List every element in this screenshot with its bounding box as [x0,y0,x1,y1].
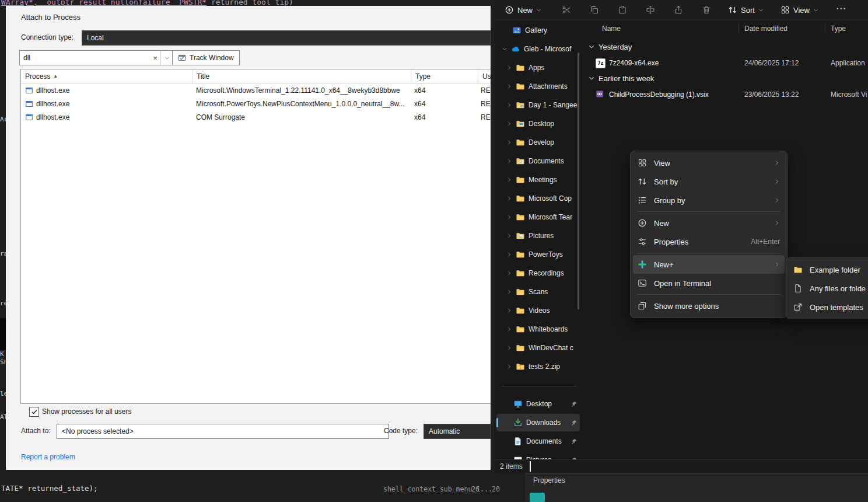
sidebar-item-downloads-pinned[interactable]: Downloads [496,414,580,431]
sidebar-item-develop[interactable]: Develop [496,134,580,151]
explorer-navigation-pane: Gallery Gleb - Microsof Apps Attachments… [495,20,583,460]
group-header-earlier-this-week[interactable]: Earlier this week [583,72,868,84]
sort-icon [728,5,737,15]
new-button[interactable]: New [499,2,547,18]
connection-type-dropdown[interactable]: Local [82,30,491,46]
new-plus-circle-icon [638,218,647,228]
sidebar-item-onedrive[interactable]: Gleb - Microsof [496,40,580,58]
open-external-icon [793,302,803,312]
cut-icon[interactable] [562,5,571,15]
terminal-icon [638,278,647,288]
rename-icon[interactable] [646,5,655,15]
column-header-date-modified[interactable]: Date modified [744,25,788,33]
sidebar-item-windevchat[interactable]: WinDevChat c [496,339,580,357]
file-row[interactable]: ChildProcessDebugging (1).vsix 23/06/202… [583,88,868,102]
sidebar-item-meetings[interactable]: Meetings [496,171,580,189]
chevron-right-icon [506,252,512,257]
column-header-name[interactable]: Name [602,25,621,33]
sidebar-item-documents[interactable]: Documents [496,152,580,170]
delete-icon[interactable] [702,5,711,15]
show-all-users-label[interactable]: Show processes for all users [42,407,131,416]
sidebar-item-attachments[interactable]: Attachments [496,78,580,95]
sidebar-item-whiteboards[interactable]: Whiteboards [496,320,580,338]
context-menu-item-view[interactable]: View [633,154,785,172]
sidebar-item-powertoys[interactable]: PowerToys [496,246,580,263]
sidebar-item-day1-sangee[interactable]: Day 1 - Sangee [496,96,580,114]
sidebar-item-desktop[interactable]: Desktop [496,115,580,133]
show-all-users-checkbox[interactable] [29,407,39,417]
sort-button[interactable]: Sort [723,2,769,18]
paste-icon[interactable] [618,5,627,15]
chevron-right-icon [774,160,780,166]
chevron-down-icon [813,8,818,13]
desktop-monitor-icon [513,399,523,409]
context-menu-item-open-in-terminal[interactable]: Open in Terminal [633,274,785,292]
context-menu-item-new[interactable]: New [633,214,785,232]
context-menu-item-new-plus[interactable]: New+ [633,255,785,274]
context-menu-item-group-by[interactable]: Group by [633,191,785,210]
sort-icon [638,177,647,186]
context-menu-item-show-more-options[interactable]: Show more options [633,297,785,315]
sort-ascending-icon: ▲ [53,74,58,79]
sidebar-item-apps[interactable]: Apps [496,59,580,76]
sidebar-item-tests-zip[interactable]: tests 2.zip [496,358,580,375]
group-header-yesterday[interactable]: Yesterday [583,41,868,53]
folder-icon [516,175,525,184]
properties-panel-title: Properties [533,476,565,484]
report-a-problem-link[interactable]: Report a problem [21,453,75,461]
code-line-bottom: TATE* returned_state); [1,484,98,493]
context-menu-item-sort-by[interactable]: Sort by [633,172,785,191]
sidebar-item-gallery[interactable]: Gallery [496,22,580,39]
attach-to-process-dialog: Attach to Process Connection type: Local… [6,6,491,470]
sidebar-item-microsoft-copilot[interactable]: Microsoft Cop [496,190,580,207]
sidebar-item-pictures[interactable]: Pictures [496,227,580,245]
editor-col-number: 20 [492,485,500,493]
column-header-process[interactable]: Process▲ [21,69,192,83]
folder-icon [516,194,525,203]
sidebar-item-microsoft-teams[interactable]: Microsoft Tear [496,208,580,226]
sidebar-scrollbar[interactable] [578,53,579,309]
newplus-colorful-icon [638,260,647,269]
clear-filter-icon[interactable]: × [150,54,160,62]
sidebar-item-pictures-pinned[interactable]: Pictures [496,451,580,460]
track-window-icon [178,54,186,62]
column-header-type[interactable]: Type [411,69,478,83]
column-header-user-name[interactable]: User Name [478,69,491,83]
track-window-button[interactable]: Track Window [172,50,240,65]
sidebar-item-videos[interactable]: Videos [496,302,580,319]
sidebar-item-recordings[interactable]: Recordings [496,264,580,282]
column-header-type[interactable]: Type [831,25,846,33]
folder-icon [516,212,525,222]
sidebar-item-desktop-pinned[interactable]: Desktop [496,395,580,413]
sidebar-item-scans[interactable]: Scans [496,283,580,301]
folder-icon [516,343,525,353]
view-grid-icon [638,158,647,168]
process-filter-input[interactable] [20,54,150,62]
view-button[interactable]: View [775,2,824,18]
code-type-dropdown[interactable]: Automatic [424,424,491,439]
attach-to-field[interactable] [57,424,389,439]
process-row[interactable]: dllhost.exe Microsoft.PowerToys.NewPlusC… [21,97,491,110]
submenu-item-any-files[interactable]: Any files or folde [789,279,868,298]
menu-separator [637,211,780,212]
process-row[interactable]: dllhost.exe Microsoft.WindowsTerminal_1.… [21,83,491,97]
share-icon[interactable] [674,5,683,15]
copy-icon[interactable] [590,5,599,15]
sidebar-item-documents-pinned[interactable]: Documents [496,433,580,450]
document-icon [513,437,523,446]
process-row[interactable]: dllhost.exe COM Surrogate x64 REDMOND [21,110,491,124]
process-table-header: Process▲ Title Type User Name [21,69,491,83]
submenu-item-open-templates[interactable]: Open templates [789,298,868,316]
file-row[interactable]: 7z 7z2409-x64.exe 24/06/2025 17:12 Appli… [583,56,868,70]
see-more-button[interactable]: ⋯ [836,2,846,15]
submenu-item-example-folder[interactable]: Example folder [789,260,868,279]
editor-line-number: 26 [471,485,480,493]
folder-icon [516,138,525,147]
attach-to-label: Attach to: [21,427,51,435]
properties-icon [638,237,647,246]
chevron-right-icon [506,233,512,239]
column-header-title[interactable]: Title [192,69,411,83]
context-menu-item-properties[interactable]: PropertiesAlt+Enter [633,232,785,251]
chevron-right-icon [506,308,512,313]
filter-dropdown-button[interactable] [160,51,173,65]
